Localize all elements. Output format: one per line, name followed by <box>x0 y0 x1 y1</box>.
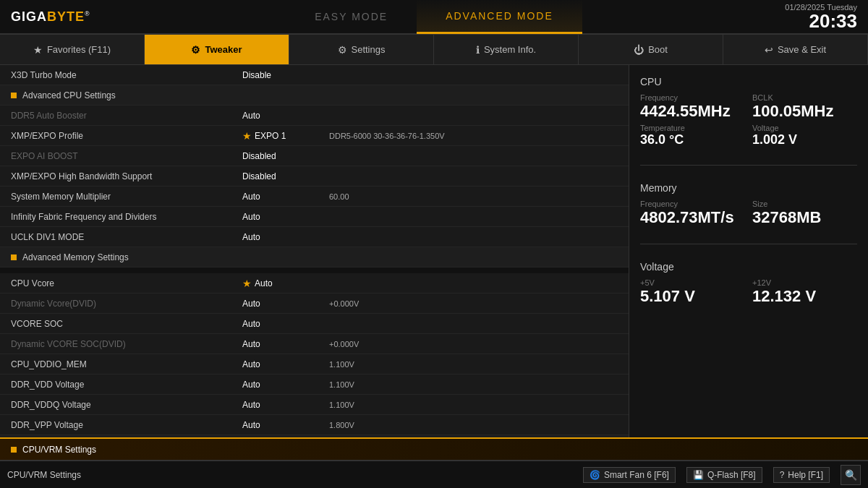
datetime-area: 01/28/2025 Tuesday 20:33 <box>738 3 868 30</box>
tab-system-info[interactable]: ℹ System Info. <box>434 35 579 64</box>
mem-size-label: Size <box>752 200 857 208</box>
search-button[interactable]: 🔍 <box>841 465 861 485</box>
help-icon: ? <box>780 470 785 480</box>
row-advanced-cpu-settings[interactable]: Advanced CPU Settings <box>0 85 629 106</box>
mem-size-col: Size 32768MB <box>752 200 857 227</box>
row-advanced-memory-settings[interactable]: Advanced Memory Settings <box>0 247 629 267</box>
cpu-volt-value: 1.002 V <box>752 132 857 148</box>
cpu-temp-value: 36.0 °C <box>640 132 745 148</box>
settings-icon: ⚙ <box>338 44 347 56</box>
info-panel: CPU Frequency 4424.55MHz BCLK 100.05MHz … <box>629 65 868 437</box>
row-cpu-vcore[interactable]: CPU Vcore ★ Auto <box>0 273 629 294</box>
status-bar: CPU/VRM Settings 🌀 Smart Fan 6 [F6] 💾 Q-… <box>0 461 868 488</box>
header: GIGABYTE® EASY MODE ADVANCED MODE 01/28/… <box>0 0 868 35</box>
cpu-temp-col: Temperature 36.0 °C <box>640 124 745 148</box>
plus5v-label: +5V <box>640 278 745 287</box>
mem-freq-value: 4802.73MT/s <box>640 208 745 227</box>
qflash-icon: 💾 <box>693 470 704 480</box>
tab-tweaker[interactable]: ⚙ Tweaker <box>145 35 289 64</box>
mem-freq-label: Frequency <box>640 200 745 208</box>
row-infinity-fabric[interactable]: Infinity Fabric Frequency and Dividers A… <box>0 207 629 227</box>
row-x3d-turbo[interactable]: X3D Turbo Mode Disable <box>0 65 629 85</box>
mode-tabs: EASY MODE ADVANCED MODE <box>130 0 738 34</box>
logo: GIGABYTE® <box>11 9 90 25</box>
tab-settings[interactable]: ⚙ Settings <box>289 35 434 64</box>
bclk-value: 100.05MHz <box>752 102 857 121</box>
tab-favorites[interactable]: ★ Favorites (F11) <box>0 35 145 64</box>
plus12v-value: 12.132 V <box>752 287 857 306</box>
divider-2 <box>640 244 857 244</box>
logo-area: GIGABYTE® <box>0 9 130 25</box>
tab-boot[interactable]: ⏻ Boot <box>579 35 723 64</box>
row-xmp-expo-hbs[interactable]: XMP/EXPO High Bandwidth Support Disabled <box>0 166 629 187</box>
star-icon-vcore: ★ <box>242 278 252 289</box>
row-dynamic-vcore[interactable]: Dynamic Vcore(DVID) Auto +0.000V <box>0 294 629 314</box>
status-left-text: CPU/VRM Settings <box>7 470 81 480</box>
plus12v-label: +12V <box>752 278 857 287</box>
voltage-title: Voltage <box>640 261 857 273</box>
main-content: X3D Turbo Mode Disable Advanced CPU Sett… <box>0 65 868 437</box>
bottom-highlight-row[interactable]: CPU/VRM Settings <box>0 437 868 461</box>
row-ddr5-auto-booster[interactable]: DDR5 Auto Booster Auto <box>0 106 629 126</box>
star-icon: ★ <box>242 130 252 142</box>
help-button[interactable]: ? Help [F1] <box>773 467 830 483</box>
cpu-freq-col: Frequency 4424.55MHz <box>640 93 745 121</box>
memory-title: Memory <box>640 182 857 194</box>
row-cpu-vddio[interactable]: CPU_VDDIO_MEM Auto 1.100V <box>0 354 629 374</box>
advanced-mode-tab[interactable]: ADVANCED MODE <box>417 0 582 34</box>
time-display: 20:33 <box>738 12 857 30</box>
smart-fan-icon: 🌀 <box>590 470 600 480</box>
cpu-freq-label: Frequency <box>640 93 745 102</box>
mem-size-value: 32768MB <box>752 208 857 227</box>
memory-grid: Frequency 4802.73MT/s Size 32768MB <box>640 200 857 227</box>
divider-1 <box>640 165 857 166</box>
row-advanced-voltage-settings[interactable]: Advanced Voltage Settings <box>0 435 629 437</box>
settings-panel[interactable]: X3D Turbo Mode Disable Advanced CPU Sett… <box>0 65 629 437</box>
highlight-bullet <box>11 447 17 453</box>
plus5v-value: 5.107 V <box>640 287 745 306</box>
cpu-freq-value: 4424.55MHz <box>640 102 745 121</box>
plus5v-col: +5V 5.107 V <box>640 278 745 306</box>
bclk-col: BCLK 100.05MHz <box>752 93 857 121</box>
cpu-temp-label: Temperature <box>640 124 745 132</box>
cpu-volt-label: Voltage <box>752 124 857 132</box>
bclk-label: BCLK <box>752 93 857 102</box>
row-dynamic-vcore-soc[interactable]: Dynamic VCORE SOC(DVID) Auto +0.000V <box>0 334 629 354</box>
cpu-section: CPU Frequency 4424.55MHz BCLK 100.05MHz … <box>640 76 857 148</box>
row-spacer <box>0 267 629 273</box>
favorites-icon: ★ <box>33 44 43 56</box>
voltage-section: Voltage +5V 5.107 V +12V 12.132 V <box>640 261 857 306</box>
bullet-icon <box>11 93 17 98</box>
smart-fan-button[interactable]: 🌀 Smart Fan 6 [F6] <box>583 467 676 483</box>
row-ddr-vddq[interactable]: DDR_VDDQ Voltage Auto 1.100V <box>0 395 629 415</box>
mem-freq-col: Frequency 4802.73MT/s <box>640 200 745 227</box>
row-ddr-vpp[interactable]: DDR_VPP Voltage Auto 1.800V <box>0 415 629 435</box>
search-icon: 🔍 <box>845 469 857 481</box>
row-xmp-expo-profile[interactable]: XMP/EXPO Profile ★ EXPO 1 DDR5-6000 30-3… <box>0 126 629 146</box>
plus12v-col: +12V 12.132 V <box>752 278 857 306</box>
row-uclk-div1[interactable]: UCLK DIV1 MODE Auto <box>0 227 629 247</box>
save-exit-icon: ↩ <box>765 44 773 56</box>
cpu-grid: Frequency 4424.55MHz BCLK 100.05MHz Temp… <box>640 93 857 148</box>
boot-icon: ⏻ <box>634 44 644 56</box>
easy-mode-tab[interactable]: EASY MODE <box>286 0 417 34</box>
cpu-volt-col: Voltage 1.002 V <box>752 124 857 148</box>
status-right-buttons: 🌀 Smart Fan 6 [F6] 💾 Q-Flash [F8] ? Help… <box>583 465 861 485</box>
qflash-button[interactable]: 💾 Q-Flash [F8] <box>686 467 762 483</box>
row-vcore-soc[interactable]: VCORE SOC Auto <box>0 314 629 334</box>
bullet-icon-mem <box>11 254 17 260</box>
cpu-title: CPU <box>640 76 857 87</box>
tab-save-exit[interactable]: ↩ Save & Exit <box>723 35 868 64</box>
highlighted-setting-label: CPU/VRM Settings <box>22 445 96 455</box>
row-sys-mem-multiplier[interactable]: System Memory Multiplier Auto 60.00 <box>0 187 629 207</box>
row-ddr-vdd[interactable]: DDR_VDD Voltage Auto 1.100V <box>0 374 629 395</box>
info-icon: ℹ <box>476 44 480 56</box>
nav-tabs: ★ Favorites (F11) ⚙ Tweaker ⚙ Settings ℹ… <box>0 35 868 65</box>
tweaker-icon: ⚙ <box>191 44 200 56</box>
row-expo-ai-boost[interactable]: EXPO AI BOOST Disabled <box>0 146 629 166</box>
voltage-grid: +5V 5.107 V +12V 12.132 V <box>640 278 857 306</box>
memory-section: Memory Frequency 4802.73MT/s Size 32768M… <box>640 182 857 227</box>
